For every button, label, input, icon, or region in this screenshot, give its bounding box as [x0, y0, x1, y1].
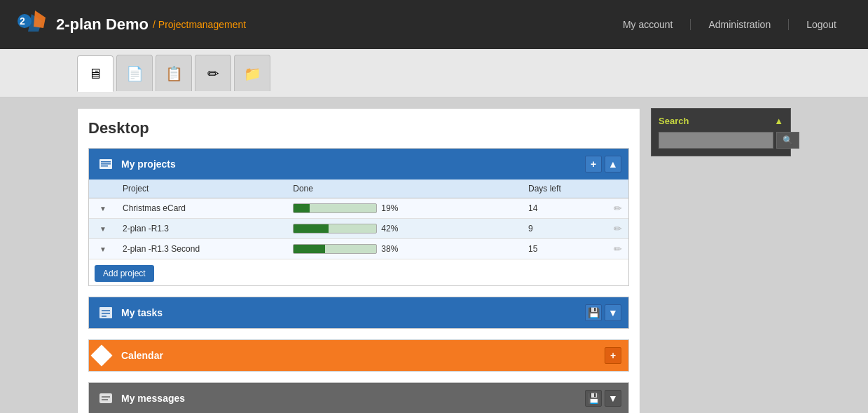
tab-2[interactable]: 📄 [116, 55, 153, 91]
search-title: Search ▲ [659, 116, 783, 126]
search-input-wrap: 🔍 [659, 132, 783, 149]
projects-actions: + ▲ [585, 156, 621, 172]
collapse-tasks-btn[interactable]: ▼ [605, 304, 621, 321]
project-name-cell: 2-plan -R1.3 [117, 219, 287, 239]
svg-text:2: 2 [20, 15, 25, 27]
app-title: 2-plan Demo [56, 15, 149, 34]
tab-5[interactable]: 📁 [234, 55, 270, 91]
progress-bar-fill [294, 224, 329, 233]
col-project: Project [117, 180, 287, 198]
svg-rect-5 [101, 161, 111, 163]
progress-bar-bg [293, 224, 377, 233]
my-projects-section: My projects + ▲ Project Done Days left [88, 148, 629, 286]
my-messages-section: My messages 💾 ▼ [88, 382, 629, 413]
collapse-messages-btn[interactable]: ▼ [605, 390, 621, 407]
tab-4[interactable]: ✏ [195, 55, 231, 91]
search-input[interactable] [659, 132, 773, 149]
svg-rect-12 [99, 393, 112, 403]
table-row: ▼Christmas eCard 19% 14✏ [89, 198, 628, 219]
page-title: Desktop [88, 119, 629, 137]
progress-text: 19% [381, 203, 404, 213]
project-done-cell: 42% [287, 219, 523, 239]
progress-text: 42% [381, 224, 404, 233]
col-actions [607, 180, 628, 198]
my-messages-header: My messages 💾 ▼ [89, 383, 628, 413]
logo-icon: 2 [14, 7, 49, 42]
progress-text: 38% [381, 244, 404, 254]
project-days-cell: 15 [523, 239, 607, 259]
svg-rect-7 [101, 165, 108, 167]
tab-3[interactable]: 📋 [156, 55, 192, 91]
edit-icon[interactable]: ✏ [614, 203, 622, 214]
my-projects-header: My projects + ▲ [89, 149, 628, 180]
project-name-cell: 2-plan -R1.3 Second [117, 239, 287, 259]
toolbar: 🖥 📄 📋 ✏ 📁 [0, 49, 868, 97]
search-box: Search ▲ 🔍 [651, 108, 791, 156]
my-messages-title: My messages [121, 393, 585, 404]
app-subtitle: / Projectmanagement [153, 19, 246, 30]
project-name-cell: Christmas eCard [117, 198, 287, 219]
my-projects-title: My projects [121, 158, 585, 170]
add-project-btn-header[interactable]: + [585, 156, 602, 172]
tasks-actions: 💾 ▼ [585, 304, 621, 321]
col-done: Done [287, 180, 523, 198]
row-dropdown-icon[interactable]: ▼ [99, 205, 106, 212]
project-days-cell: 9 [523, 219, 607, 239]
logo-area: 2 2-plan Demo / Projectmanagement [14, 7, 605, 42]
add-calendar-btn[interactable]: + [605, 347, 621, 364]
progress-bar-bg [293, 244, 377, 254]
sidebar: Search ▲ 🔍 [651, 108, 791, 413]
my-tasks-title: My tasks [121, 307, 585, 318]
svg-rect-6 [101, 163, 111, 165]
col-empty [89, 180, 117, 198]
my-tasks-section: My tasks 💾 ▼ [88, 297, 629, 329]
nav-logout[interactable]: Logout [789, 19, 854, 30]
project-days-cell: 14 [523, 198, 607, 219]
header: 2 2-plan Demo / Projectmanagement My acc… [0, 0, 868, 49]
save-messages-btn[interactable]: 💾 [585, 390, 602, 407]
search-arrow-icon: ▲ [774, 116, 783, 126]
nav-links: My account Administration Logout [605, 19, 854, 30]
progress-bar-wrap: 38% [293, 244, 517, 254]
messages-icon [96, 388, 116, 408]
calendar-icon [96, 346, 116, 365]
tasks-icon [96, 303, 116, 323]
my-tasks-header: My tasks 💾 ▼ [89, 297, 628, 328]
progress-bar-wrap: 19% [293, 203, 517, 213]
collapse-projects-btn[interactable]: ▲ [605, 156, 621, 172]
add-project-button[interactable]: Add project [95, 265, 154, 282]
tab-desktop[interactable]: 🖥 [77, 55, 113, 92]
edit-icon[interactable]: ✏ [614, 223, 622, 234]
progress-bar-bg [293, 203, 377, 213]
messages-actions: 💾 ▼ [585, 390, 621, 407]
progress-bar-fill [294, 245, 325, 253]
calendar-title: Calendar [121, 350, 605, 361]
main: Desktop My projects + ▲ [0, 97, 868, 413]
add-project-bar: Add project [89, 259, 628, 285]
col-days-left: Days left [523, 180, 607, 198]
content: Desktop My projects + ▲ [77, 108, 640, 413]
projects-table: Project Done Days left ▼Christmas eCard … [89, 180, 628, 259]
edit-icon[interactable]: ✏ [614, 243, 622, 255]
calendar-header: Calendar + [89, 340, 628, 371]
calendar-actions: + [605, 347, 621, 364]
svg-marker-3 [34, 11, 46, 28]
nav-administration[interactable]: Administration [691, 19, 789, 30]
project-done-cell: 38% [287, 239, 523, 259]
project-done-cell: 19% [287, 198, 523, 219]
table-row: ▼2-plan -R1.3 42% 9✏ [89, 219, 628, 239]
progress-bar-fill [294, 204, 309, 212]
progress-bar-wrap: 42% [293, 224, 517, 233]
row-dropdown-icon[interactable]: ▼ [99, 245, 106, 253]
calendar-section: Calendar + [88, 339, 629, 372]
table-row: ▼2-plan -R1.3 Second 38% 15✏ [89, 239, 628, 259]
row-dropdown-icon[interactable]: ▼ [99, 225, 106, 233]
save-tasks-btn[interactable]: 💾 [585, 304, 602, 321]
projects-icon [96, 154, 116, 174]
search-button[interactable]: 🔍 [776, 132, 799, 149]
nav-my-account[interactable]: My account [605, 19, 691, 30]
